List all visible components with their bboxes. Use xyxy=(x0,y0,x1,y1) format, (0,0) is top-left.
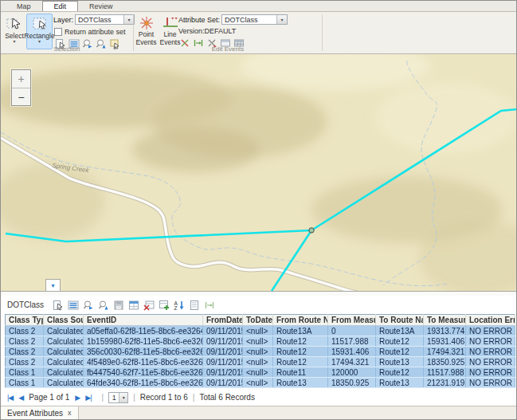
table-cell: NO ERROR xyxy=(466,357,515,367)
zoom-in-button[interactable]: + xyxy=(12,70,30,88)
table-cell: Class 2 xyxy=(6,336,44,347)
tab-review[interactable]: Review xyxy=(78,1,124,11)
tab-edit[interactable]: Edit xyxy=(42,1,79,11)
ribbon: Map Edit Review Select ▾ Rectangle xyxy=(1,1,516,54)
table-cell: fb447540-62f7-11e5-8bc6-ee32641d5ec9 xyxy=(84,367,203,378)
table-cell: 18350.925 xyxy=(424,357,466,367)
table-body: Class 2Calculateda05effa0-62f8-11e5-8bc6… xyxy=(6,326,515,388)
column-header[interactable]: From Measure xyxy=(328,315,376,326)
zoom-out-button[interactable]: − xyxy=(12,88,30,105)
total-records-text: Total 6 Records xyxy=(199,393,254,402)
ribbon-content: Select ▾ Rectangle ▾ Layer: DOTClass ▾ xyxy=(1,12,516,53)
table-cell: 18350.925 xyxy=(328,378,376,388)
layer-dropdown[interactable]: DOTClass ▾ xyxy=(75,14,135,25)
attribute-set-label: Attribute Set: xyxy=(178,16,220,24)
last-page-button[interactable]: ▶| xyxy=(85,394,91,402)
table-cell: 15931.406 xyxy=(424,336,466,347)
table-cell: Class 2 xyxy=(6,357,44,367)
record-range-text: Record 1 to 6 xyxy=(140,393,188,402)
column-header[interactable]: Location Error xyxy=(466,315,515,326)
table-cell: NO ERROR xyxy=(466,347,515,357)
table-cell: Calculated xyxy=(44,357,84,367)
table-cell: NO ERROR xyxy=(466,378,515,388)
page-indicator: Page 1 of 1 xyxy=(29,393,69,402)
table-cell: <null> xyxy=(243,326,273,336)
point-events-button[interactable]: Point Events xyxy=(135,14,158,49)
map-zoom-control: + − xyxy=(11,69,31,106)
table-row[interactable]: Class 2Calculated4f5489e0-62f8-11e5-8bc6… xyxy=(6,357,515,367)
previous-page-button[interactable]: ◀ xyxy=(18,394,23,402)
event-attributes-tab[interactable]: Event Attributes x xyxy=(1,406,79,419)
page-number-value: 1 xyxy=(109,394,119,402)
table-row[interactable]: Class 2Calculated356c0030-62f8-11e5-8bc6… xyxy=(6,347,515,357)
table-row[interactable]: Class 1Calculatedfb447540-62f7-11e5-8bc6… xyxy=(6,367,515,378)
table-cell: Route12 xyxy=(376,336,424,347)
table-cell: NO ERROR xyxy=(466,367,515,378)
table-cell: 19313.774 xyxy=(424,326,466,336)
table-cell: 17494.321 xyxy=(328,357,376,367)
column-header[interactable]: From Route Name xyxy=(273,315,328,326)
table-cell: Class 2 xyxy=(6,326,44,336)
sort-icon[interactable]: AZ xyxy=(173,299,185,311)
select-button[interactable]: Select ▾ xyxy=(2,14,26,49)
map-view[interactable]: Spring Creek + − ▼ xyxy=(1,54,516,291)
table-cell: 09/11/2015 xyxy=(203,357,243,367)
attribute-table: Class TypeClass SourceEventIDFromDateToD… xyxy=(5,314,515,389)
selection-group-label: Selection xyxy=(1,45,133,53)
column-header[interactable]: EventID xyxy=(84,315,203,326)
edit-events-group-label: Edit Events xyxy=(134,45,322,53)
measure-range-icon[interactable] xyxy=(203,299,215,311)
return-attribute-set-checkbox[interactable] xyxy=(54,28,62,36)
table-header-row: Class TypeClass SourceEventIDFromDateToD… xyxy=(6,315,515,326)
column-header[interactable]: To Route Name xyxy=(376,315,424,326)
table-cell: Route12 xyxy=(376,347,424,357)
column-header[interactable]: To Measure xyxy=(424,315,466,326)
table-row[interactable]: Class 1Calculated64fde340-62f8-11e5-8bc6… xyxy=(6,378,515,388)
table-cell: Route13 xyxy=(376,357,424,367)
column-header[interactable]: ToDate xyxy=(243,315,273,326)
pan-to-selected-icon[interactable] xyxy=(97,299,109,311)
table-row[interactable]: Class 2Calculated1b159980-62f8-11e5-8bc6… xyxy=(6,336,515,347)
selection-group: Select ▾ Rectangle ▾ Layer: DOTClass ▾ xyxy=(1,12,133,53)
attributes-form-icon[interactable] xyxy=(188,299,200,311)
rectangle-tool-icon xyxy=(31,16,49,32)
group-separator xyxy=(322,14,323,51)
panel-collapse-button[interactable]: ▼ xyxy=(45,279,61,291)
column-header[interactable]: FromDate xyxy=(203,315,243,326)
column-header[interactable]: Class Source xyxy=(44,315,84,326)
edit-events-group: Point Events Line Events Attribute Set: … xyxy=(134,12,322,53)
table-cell: <null> xyxy=(243,378,273,388)
select-records-icon[interactable] xyxy=(52,299,64,311)
separator: | xyxy=(193,393,195,402)
route-junction-marker[interactable] xyxy=(309,228,314,233)
collapse-triangle-icon: ▼ xyxy=(50,283,56,289)
table-cell: Calculated xyxy=(44,326,84,336)
attribute-set-dropdown-value: DOTClass xyxy=(222,16,276,24)
table-cell: Calculated xyxy=(44,367,84,378)
column-header[interactable]: Class Type xyxy=(6,315,44,326)
switch-selection-icon[interactable] xyxy=(127,299,139,311)
clear-selection-icon[interactable] xyxy=(143,299,155,311)
table-cell: Calculated xyxy=(44,336,84,347)
add-record-icon[interactable] xyxy=(158,299,170,311)
table-row[interactable]: Class 2Calculateda05effa0-62f8-11e5-8bc6… xyxy=(6,326,515,336)
table-cell: Class 1 xyxy=(6,378,44,388)
separator: | xyxy=(102,393,104,402)
rectangle-button[interactable]: Rectangle ▾ xyxy=(26,14,53,49)
point-events-label: Point xyxy=(139,31,154,38)
layer-dropdown-value: DOTClass xyxy=(76,16,123,24)
first-page-button[interactable]: |◀ xyxy=(7,394,13,402)
table-cell: Route12 xyxy=(273,347,328,357)
close-icon[interactable]: x xyxy=(68,409,72,417)
attribute-set-dropdown[interactable]: DOTClass ▾ xyxy=(221,14,288,25)
zoom-to-selected-icon[interactable] xyxy=(82,299,94,311)
tab-map[interactable]: Map xyxy=(6,1,42,11)
page-number-spinner[interactable]: 1 ▾ xyxy=(108,392,128,403)
table-cell: a05effa0-62f8-11e5-8bc6-ee32641d5ec9 xyxy=(84,326,203,336)
table-cell: Route13 xyxy=(273,378,328,388)
save-icon[interactable] xyxy=(112,299,124,311)
chevron-down-icon: ▾ xyxy=(276,15,287,24)
next-page-button[interactable]: ▶ xyxy=(75,394,80,402)
show-selected-icon[interactable] xyxy=(67,299,79,311)
version-label: Version:DEFAULT xyxy=(178,27,236,35)
